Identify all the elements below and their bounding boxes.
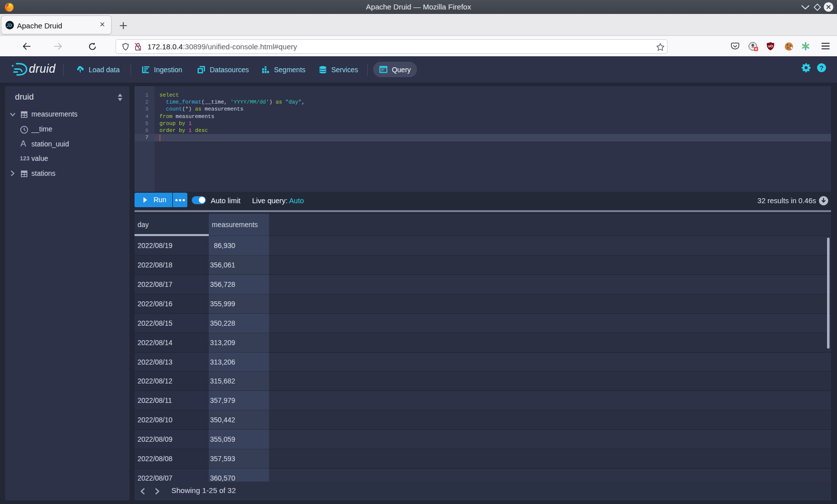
svg-text:uO: uO <box>768 44 773 48</box>
svg-text:?: ? <box>820 64 824 72</box>
